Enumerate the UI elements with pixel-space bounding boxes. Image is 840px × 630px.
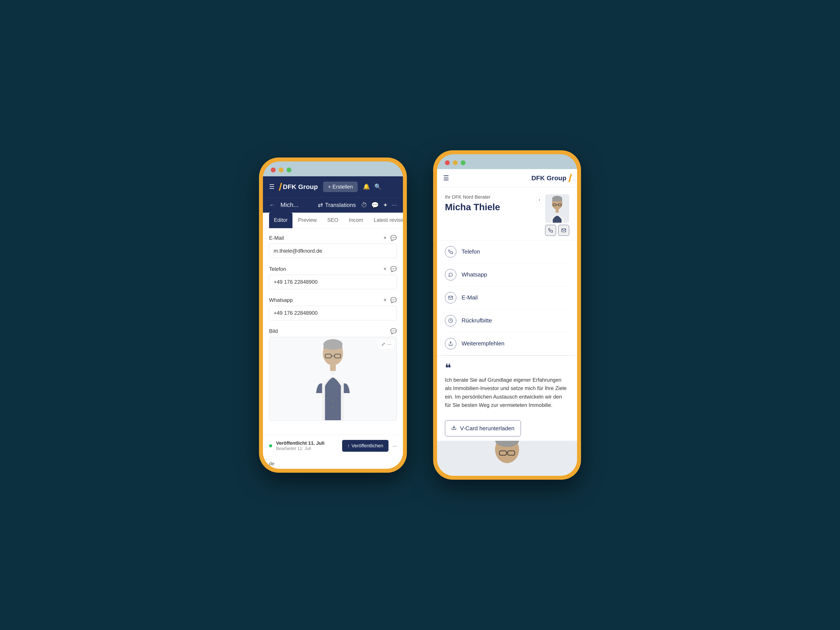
dot-yellow-r [453, 160, 458, 165]
svg-rect-5 [330, 363, 336, 371]
translations-button[interactable]: ⇄ Translations [318, 202, 356, 209]
telefon-input[interactable] [269, 275, 397, 289]
whatsapp-ai-btn[interactable]: ✦ [383, 297, 387, 303]
status-dot [269, 444, 272, 447]
cms-content: E-Mail ✦ 💬 Telefon ✦ [263, 228, 403, 435]
person-image [309, 337, 357, 420]
telefon-comment-btn[interactable]: 💬 [390, 266, 397, 272]
translate-icon: ⇄ [318, 202, 323, 209]
quote-section: ❝ Ich berate Sie auf Grundlage eigener E… [437, 355, 577, 416]
tab-latest-revision[interactable]: Latest revision ▾ [369, 213, 403, 228]
vcard-button[interactable]: V-Card herunterladen [445, 420, 521, 436]
email-comment-btn[interactable]: 💬 [390, 235, 397, 241]
contact-item-callback[interactable]: Rückrufbitte [445, 309, 569, 332]
lang-tag: de [263, 456, 403, 469]
contact-item-whatsapp[interactable]: Whatsapp [445, 264, 569, 286]
whatsapp-circle-icon [445, 269, 456, 280]
image-expand-btn[interactable]: ⤢ [381, 341, 385, 347]
toolbar-icons: ⏱ 💬 ✦ ··· [361, 202, 397, 209]
left-phone-frame: ☰ DFK Group + Erstellen 🔔 🔍 ← Mich... [259, 158, 407, 473]
preview-hamburger-icon[interactable]: ☰ [443, 174, 449, 182]
image-toolbar: ⤢ ··· [379, 340, 394, 349]
telefon-item-label: Telefon [461, 248, 480, 255]
timer-icon[interactable]: ⏱ [361, 202, 367, 209]
cms-tabs: Editor Preview SEO Incom Latest revision… [263, 213, 403, 228]
tab-incoming[interactable]: Incom [344, 213, 368, 228]
quote-text: Ich berate Sie auf Grundlage eigener Erf… [445, 376, 569, 409]
advisor-photo [545, 194, 569, 223]
unpublish-icon: ↑ [347, 443, 350, 448]
page-title: Mich... [280, 202, 313, 208]
advisor-label: Ihr DFK Nord Berater [445, 194, 500, 200]
recommend-item-label: Weiterempfehlen [461, 340, 504, 347]
recommend-circle-icon [445, 338, 456, 349]
tab-seo[interactable]: SEO [322, 213, 343, 228]
telefon-ai-btn[interactable]: ✦ [383, 266, 387, 272]
telefon-label: Telefon [269, 266, 286, 272]
advisor-photo-img [545, 194, 569, 223]
advisor-header: Ihr DFK Nord Berater Micha Thiele ‹ [437, 187, 577, 240]
left-phone-inner: ☰ DFK Group + Erstellen 🔔 🔍 ← Mich... [263, 161, 403, 469]
contact-item-email[interactable]: E-Mail [445, 286, 569, 309]
bild-label: Bild [269, 328, 278, 334]
bottom-person-img [437, 441, 577, 476]
email-field-group: E-Mail ✦ 💬 [269, 235, 397, 258]
scene: ☰ DFK Group + Erstellen 🔔 🔍 ← Mich... [259, 150, 581, 480]
advisor-name: Micha Thiele [445, 202, 500, 213]
status-text: Veröffentlicht 11. Juli Bearbeitet 11. J… [276, 441, 338, 451]
image-placeholder [269, 337, 396, 420]
logo-slash-icon [279, 183, 282, 191]
bild-field-header: Bild 💬 [269, 328, 397, 334]
back-button[interactable]: ← [269, 202, 275, 208]
publish-button[interactable]: ↑ Veröffentlichen [342, 440, 388, 452]
right-phone-frame: ☰ DFK Group Ihr DFK Nord Berater Micha T… [433, 150, 581, 480]
whatsapp-input[interactable] [269, 306, 397, 320]
more-icon[interactable]: ··· [392, 202, 397, 208]
vcard-label: V-Card herunterladen [460, 425, 515, 432]
ai-icon[interactable]: ✦ [383, 202, 388, 209]
photo-back-btn[interactable]: ‹ [535, 196, 543, 204]
published-label: Veröffentlicht 11. Juli [276, 441, 338, 446]
preview-logo-slash [568, 174, 572, 182]
edited-label: Bearbeitet 11. Juli [276, 446, 338, 451]
bild-comment-btn[interactable]: 💬 [390, 328, 397, 334]
dot-red [271, 167, 276, 172]
cms-brand-name: DFK Group [283, 183, 318, 191]
image-more-btn[interactable]: ··· [387, 341, 392, 347]
email-field-actions: ✦ 💬 [383, 235, 397, 241]
search-icon[interactable]: 🔍 [374, 183, 381, 190]
whatsapp-field-header: Whatsapp ✦ 💬 [269, 297, 397, 303]
email-quick-btn[interactable] [558, 225, 569, 236]
topbar-actions: 🔔 🔍 [363, 183, 381, 190]
quote-mark: ❝ [445, 362, 569, 374]
dot-green [287, 167, 291, 172]
preview-topbar: ☰ DFK Group [437, 169, 577, 187]
status-more-btn[interactable]: ··· [392, 443, 397, 449]
download-icon [451, 425, 456, 432]
publish-label: Veröffentlichen [352, 443, 383, 448]
email-ai-btn[interactable]: ✦ [383, 235, 387, 241]
hamburger-icon[interactable]: ☰ [269, 183, 275, 190]
comment-icon[interactable]: 💬 [371, 202, 379, 209]
phone-quick-btn[interactable] [545, 225, 556, 236]
tab-editor[interactable]: Editor [269, 213, 292, 228]
notification-icon[interactable]: 🔔 [363, 183, 370, 190]
email-label: E-Mail [269, 235, 284, 241]
email-input[interactable] [269, 244, 397, 258]
whatsapp-field-group: Whatsapp ✦ 💬 [269, 297, 397, 320]
contact-item-recommend[interactable]: Weiterempfehlen [445, 332, 569, 355]
svg-point-6 [332, 399, 334, 401]
callback-circle-icon [445, 315, 456, 326]
telefon-field-actions: ✦ 💬 [383, 266, 397, 272]
left-phone-screen: ☰ DFK Group + Erstellen 🔔 🔍 ← Mich... [263, 176, 403, 469]
tab-preview[interactable]: Preview [293, 213, 322, 228]
advisor-photo-area: ‹ [545, 194, 569, 236]
right-phone-inner: ☰ DFK Group Ihr DFK Nord Berater Micha T… [437, 154, 577, 476]
create-button[interactable]: + Erstellen [323, 182, 358, 192]
contact-item-telefon[interactable]: Telefon [445, 240, 569, 264]
whatsapp-field-actions: ✦ 💬 [383, 297, 397, 303]
telefon-field-group: Telefon ✦ 💬 [269, 266, 397, 289]
svg-point-7 [332, 407, 334, 408]
mail-icon [561, 228, 566, 233]
whatsapp-comment-btn[interactable]: 💬 [390, 297, 397, 303]
